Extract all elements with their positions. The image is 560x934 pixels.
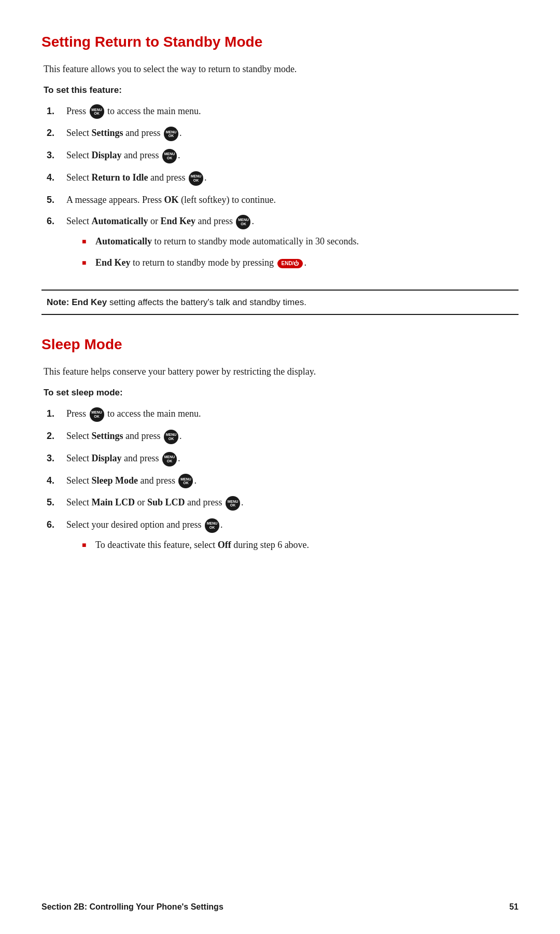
step-1-4: 4. Select Return to Idle and press MENUO…	[47, 171, 519, 186]
menu-ok-icon: MENUOK	[90, 104, 104, 119]
step-1-2: 2. Select Settings and press MENUOK.	[47, 126, 519, 141]
step-1-5: 5. A message appears. Press OK (left sof…	[47, 193, 519, 207]
section1-title: Setting Return to Standby Mode	[41, 31, 519, 53]
sub-bullet-2: ■ End Key to return to standby mode by p…	[82, 256, 519, 270]
sub-bullet-1: ■ Automatically to return to standby mod…	[82, 235, 519, 249]
step-content: Select Display and press MENUOK.	[66, 148, 519, 163]
note-bold-label: Note: End Key	[47, 297, 107, 307]
step-2-4: 4. Select Sleep Mode and press MENUOK.	[47, 474, 519, 489]
step-num: 6.	[47, 518, 66, 532]
step-2-6: 6. Select your desired option and press …	[47, 518, 519, 559]
section1-steps: 1. Press MENUOK to access the main menu.…	[41, 104, 519, 277]
bold-text: End Key	[160, 216, 195, 226]
step-2-5: 5. Select Main LCD or Sub LCD and press …	[47, 496, 519, 511]
section2-steps: 1. Press MENUOK to access the main menu.…	[41, 407, 519, 559]
bold-text: Automatically	[91, 216, 148, 226]
section1-description: This feature allows you to select the wa…	[41, 62, 519, 76]
step-2-2: 2. Select Settings and press MENUOK.	[47, 429, 519, 444]
menu-ok-icon: MENUOK	[226, 496, 240, 511]
sub-bullet-text: End Key to return to standby mode by pre…	[95, 256, 306, 270]
bold-text: Return to Idle	[91, 172, 148, 183]
menu-ok-icon: MENUOK	[178, 474, 193, 488]
step-content: Press MENUOK to access the main menu.	[66, 104, 519, 119]
step-num: 4.	[47, 474, 66, 488]
step-content: Select Display and press MENUOK.	[66, 451, 519, 466]
menu-ok-icon: MENUOK	[236, 215, 250, 229]
step-content: Select Settings and press MENUOK.	[66, 429, 519, 444]
step-1-1: 1. Press MENUOK to access the main menu.	[47, 104, 519, 119]
menu-ok-icon: MENUOK	[162, 452, 177, 466]
section1-set-label: To set this feature:	[41, 84, 519, 97]
menu-ok-icon: MENUOK	[189, 171, 203, 186]
note-text: setting affects the battery's talk and s…	[107, 297, 306, 307]
note-box: Note: End Key setting affects the batter…	[41, 290, 519, 315]
sub-bullet-text: Automatically to return to standby mode …	[95, 235, 359, 249]
bold-text: Settings	[91, 128, 123, 138]
step-content: Select Return to Idle and press MENUOK.	[66, 171, 519, 186]
bullet-icon: ■	[82, 540, 91, 551]
bold-text: Settings	[91, 431, 123, 441]
footer: Section 2B: Controlling Your Phone's Set…	[0, 901, 560, 913]
step-num: 6.	[47, 214, 66, 228]
bold-text: Sub LCD	[147, 497, 185, 507]
step-1-3: 3. Select Display and press MENUOK.	[47, 148, 519, 163]
menu-ok-icon: MENUOK	[90, 407, 104, 422]
step-num: 5.	[47, 193, 66, 207]
sub-bullet-1: ■ To deactivate this feature, select Off…	[82, 538, 519, 552]
section1: Setting Return to Standby Mode This feat…	[41, 31, 519, 315]
section2: Sleep Mode This feature helps conserve y…	[41, 334, 519, 559]
step-content: Press MENUOK to access the main menu.	[66, 407, 519, 422]
step-num: 2.	[47, 126, 66, 140]
footer-left: Section 2B: Controlling Your Phone's Set…	[41, 901, 223, 913]
step-content: A message appears. Press OK (left softke…	[66, 193, 519, 207]
step-content: Select Automatically or End Key and pres…	[66, 214, 519, 277]
step-num: 1.	[47, 104, 66, 118]
bold-text: Display	[91, 150, 121, 160]
step-content: Select Sleep Mode and press MENUOK.	[66, 474, 519, 489]
bold-text: Main LCD	[91, 497, 135, 507]
section2-set-label: To set sleep mode:	[41, 386, 519, 400]
sub-bullet-text: To deactivate this feature, select Off d…	[95, 538, 309, 552]
step-num: 3.	[47, 148, 66, 162]
step-content: Select Main LCD or Sub LCD and press MEN…	[66, 496, 519, 511]
bold-text: Display	[91, 453, 121, 463]
bullet-icon: ■	[82, 257, 91, 268]
menu-ok-icon: MENUOK	[205, 518, 219, 533]
bold-text: Sleep Mode	[91, 475, 138, 486]
section2-title: Sleep Mode	[41, 334, 519, 355]
step-2-1: 1. Press MENUOK to access the main menu.	[47, 407, 519, 422]
sub-bullets: ■ Automatically to return to standby mod…	[66, 235, 519, 270]
bullet-icon: ■	[82, 236, 91, 247]
menu-ok-icon: MENUOK	[162, 149, 177, 163]
step-num: 1.	[47, 407, 66, 421]
bold-text: OK	[164, 195, 178, 205]
menu-ok-icon: MENUOK	[164, 430, 178, 444]
step-num: 5.	[47, 496, 66, 510]
menu-ok-icon: MENUOK	[164, 127, 178, 141]
step-1-6: 6. Select Automatically or End Key and p…	[47, 214, 519, 277]
step-2-3: 3. Select Display and press MENUOK.	[47, 451, 519, 466]
step-num: 4.	[47, 171, 66, 185]
sub-bullets: ■ To deactivate this feature, select Off…	[66, 538, 519, 552]
step-num: 3.	[47, 451, 66, 465]
step-content: Select Settings and press MENUOK.	[66, 126, 519, 141]
footer-right: 51	[509, 901, 519, 913]
step-num: 2.	[47, 429, 66, 443]
end-key-icon: END/⏻	[277, 259, 303, 268]
section2-description: This feature helps conserve your battery…	[41, 365, 519, 379]
step-content: Select your desired option and press MEN…	[66, 518, 519, 559]
